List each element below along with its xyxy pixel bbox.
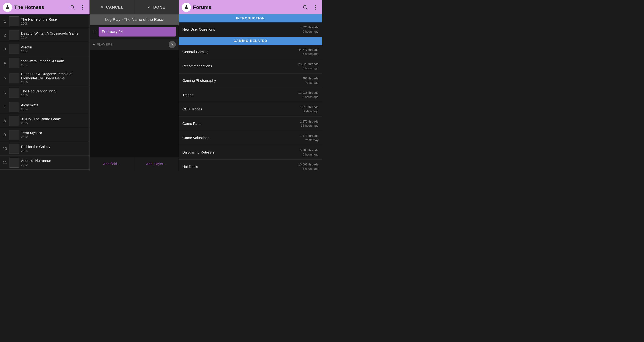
add-field-button[interactable]: Add field…: [90, 157, 134, 171]
players-clear-button[interactable]: ✕: [169, 41, 176, 48]
forum-row[interactable]: New User Questions 4,826 threads 9 hours…: [179, 23, 322, 37]
game-row[interactable]: 12 Mage Knight Board Game 2011: [0, 169, 90, 171]
add-player-button[interactable]: Add player…: [134, 157, 179, 171]
game-title: Terra Mystica: [21, 131, 87, 135]
forum-threads: 1,173 threads: [300, 134, 318, 138]
game-row[interactable]: 11 Android: Netrunner 2012: [0, 156, 90, 169]
game-row[interactable]: 10 Roll for the Galaxy 2014: [0, 142, 90, 156]
svg-line-3: [73, 8, 75, 10]
forum-row[interactable]: Game Parts 1,879 threads 12 hours ago: [179, 117, 322, 131]
forum-last-activity: 6 hours ago: [298, 52, 318, 56]
game-row[interactable]: 8 XCOM: The Board Game 2015: [0, 114, 90, 128]
game-row[interactable]: 9 Terra Mystica 2012: [0, 128, 90, 142]
forum-row[interactable]: CCG Trades 1,016 threads 2 days ago: [179, 102, 322, 117]
svg-line-10: [306, 8, 308, 10]
game-rank: 3: [2, 47, 8, 52]
more-options-button[interactable]: [79, 4, 87, 11]
game-rank: 4: [2, 61, 8, 65]
game-row[interactable]: 4 Star Wars: Imperial Assault 2014: [0, 56, 90, 70]
forum-row[interactable]: Gaming Photography 455 threads Yesterday: [179, 74, 322, 88]
forums-more-button[interactable]: [311, 4, 319, 11]
game-row[interactable]: 2 Dead of Winter: A Crossroads Game 2014: [0, 28, 90, 42]
forum-last-activity: 6 hours ago: [300, 152, 318, 157]
forum-meta: 455 threads Yesterday: [302, 76, 318, 85]
svg-point-12: [315, 7, 316, 8]
players-section: ≡ ✕: [90, 39, 178, 50]
players-input[interactable]: [96, 43, 167, 47]
game-thumbnail: [9, 73, 19, 83]
game-title: Akrotiri: [21, 45, 87, 49]
cancel-icon: ✕: [100, 5, 104, 10]
date-selector[interactable]: February 24: [98, 27, 176, 37]
game-thumbnail: [9, 102, 19, 112]
forum-meta: 5,783 threads 6 hours ago: [300, 148, 318, 157]
done-button[interactable]: ✓ DONE: [134, 0, 179, 15]
svg-point-4: [82, 5, 83, 6]
forum-name: Discussing Retailers: [182, 150, 214, 154]
forum-name: General Gaming: [182, 50, 208, 54]
game-title: The Name of the Rose: [21, 17, 87, 22]
forum-last-activity: Yesterday: [302, 81, 318, 85]
hotness-logo: ♟: [3, 3, 12, 12]
game-row[interactable]: 6 The Red Dragon Inn 5 2015: [0, 86, 90, 100]
right-panel-title: Forums: [193, 5, 299, 10]
forum-row[interactable]: Game Valuations 1,173 threads Yesterday: [179, 131, 322, 145]
section-header: GAMING RELATED: [179, 37, 322, 45]
cancel-button[interactable]: ✕ CANCEL: [90, 0, 134, 15]
game-rank: 1: [2, 19, 8, 24]
forum-last-activity: Yesterday: [300, 138, 318, 142]
game-title: The Red Dragon Inn 5: [21, 89, 87, 93]
forum-meta: 4,826 threads 9 hours ago: [300, 25, 318, 34]
svg-point-5: [82, 7, 83, 8]
svg-point-13: [315, 9, 316, 10]
game-year: 2014: [21, 64, 87, 67]
game-info: The Red Dragon Inn 5 2015: [21, 89, 87, 97]
forum-threads: 5,783 threads: [300, 148, 318, 152]
game-rank: 2: [2, 33, 8, 38]
game-thumbnail: [9, 88, 19, 98]
game-title: Roll for the Galaxy: [21, 145, 87, 149]
forum-last-activity: 12 hours ago: [300, 124, 318, 128]
svg-point-11: [315, 5, 316, 6]
game-info: Dead of Winter: A Crossroads Game 2014: [21, 31, 87, 39]
search-button[interactable]: [69, 4, 77, 11]
game-title: Android: Netrunner: [21, 158, 87, 163]
forum-meta: 1,173 threads Yesterday: [300, 134, 318, 142]
forum-row[interactable]: General Gaming 44,777 threads 6 hours ag…: [179, 45, 322, 59]
date-section: on February 24: [90, 25, 178, 39]
forum-meta: 1,016 threads 2 days ago: [300, 105, 318, 114]
game-info: Dungeons & Dragons: Temple of Elemental …: [21, 72, 87, 84]
game-row[interactable]: 5 Dungeons & Dragons: Temple of Elementa…: [0, 70, 90, 86]
game-title: Star Wars: Imperial Assault: [21, 59, 87, 63]
forum-threads: 28,020 threads: [298, 62, 318, 66]
forum-row[interactable]: Recommendations 28,020 threads 6 hours a…: [179, 59, 322, 74]
forum-last-activity: 9 hours ago: [300, 30, 318, 34]
forum-name: Gaming Photography: [182, 79, 216, 83]
game-thumbnail: [9, 30, 19, 40]
game-info: The Name of the Rose 2008: [21, 17, 87, 26]
forum-row[interactable]: Discussing Retailers 5,783 threads 6 hou…: [179, 145, 322, 160]
game-row[interactable]: 1 The Name of the Rose 2008: [0, 15, 90, 28]
forums-search-button[interactable]: [301, 4, 309, 11]
game-thumbnail: [9, 158, 19, 167]
game-row[interactable]: 7 Alchemists 2014: [0, 100, 90, 114]
forum-threads: 1,016 threads: [300, 105, 318, 109]
game-rank: 10: [2, 146, 8, 151]
game-row[interactable]: 3 Akrotiri 2014: [0, 42, 90, 56]
game-info: XCOM: The Board Game 2015: [21, 117, 87, 125]
players-list-icon: ≡: [92, 42, 95, 47]
game-thumbnail: [9, 16, 19, 26]
add-player-label: Add player…: [146, 162, 167, 166]
forum-meta: 1,879 threads 12 hours ago: [300, 119, 318, 128]
forum-row[interactable]: Trades 11,938 threads 6 hours ago: [179, 88, 322, 102]
game-title: Alchemists: [21, 103, 87, 107]
game-year: 2012: [21, 135, 87, 139]
cancel-label: CANCEL: [106, 5, 124, 10]
dialog-title-bar: Log Play - The Name of the Rose: [90, 15, 178, 25]
game-thumbnail: [9, 130, 19, 140]
forum-row[interactable]: Hot Deals 10,697 threads 6 hours ago: [179, 159, 322, 171]
game-year: 2015: [21, 94, 87, 97]
right-header: ♟ Forums: [179, 0, 322, 15]
games-list: 1 The Name of the Rose 2008 2 Dead of Wi…: [0, 15, 90, 171]
game-rank: 8: [2, 119, 8, 123]
